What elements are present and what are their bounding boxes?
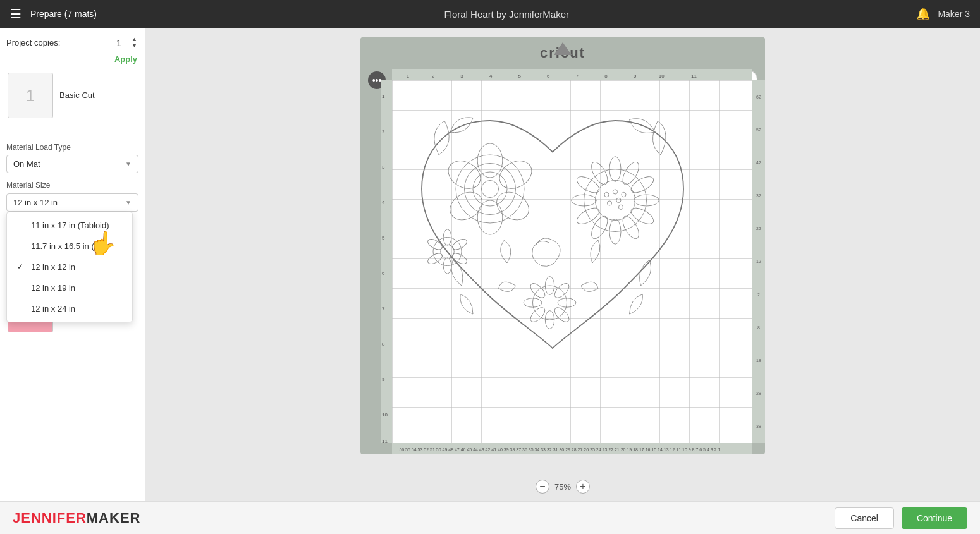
app-title: Prepare (7 mats) [30,9,97,19]
svg-text:11: 11 [691,73,697,79]
jennifermaker-logo: JENNIFERMAKER [13,510,140,526]
maker-text: MAKER [87,510,141,526]
grid-svg [392,80,752,443]
svg-text:11: 11 [382,439,388,443]
svg-text:10: 10 [382,412,388,418]
svg-rect-12 [381,80,392,443]
svg-text:9: 9 [634,73,637,79]
ruler-left: 1 2 3 4 5 6 7 8 9 10 11 [381,80,392,443]
zoom-in-button[interactable]: + [576,480,590,494]
size-option-12x24-label: 12 in x 24 in [31,304,75,313]
topbar-right: 🔔 Maker 3 [916,7,970,21]
zoom-value: 75% [554,482,571,492]
bottom-actions: Cancel Continue [835,507,967,529]
size-option-12x24[interactable]: 12 in x 24 in [7,298,132,319]
mat-item-1[interactable]: 1 Basic Cut [6,70,138,121]
svg-text:3: 3 [382,164,385,170]
size-option-12x12[interactable]: ✓ 12 in x 12 in [7,257,132,277]
svg-text:9: 9 [382,377,385,382]
svg-text:1: 1 [407,73,410,79]
main-content: Project copies: 1 ▲ ▼ Apply 1 Basic Cut [0,28,980,501]
divider-1 [6,130,138,130]
grid-area [392,80,752,443]
size-option-12x19-label: 12 in x 19 in [31,283,75,293]
svg-text:6: 6 [382,270,385,276]
copies-control: 1 ▲ ▼ [110,37,138,49]
menu-icon[interactable]: ☰ [10,6,21,21]
size-option-tabloid-label: 11 in x 17 in (Tabloid) [31,221,109,230]
project-copies-row: Project copies: 1 ▲ ▼ [6,34,138,52]
size-option-12x12-label: 12 in x 12 in [31,262,75,272]
mat-label-1: Basic Cut [59,90,95,100]
material-load-dropdown[interactable]: On Mat ▼ [6,155,138,173]
mat-canvas: cricut ••• ↻ 1 2 3 [360,37,765,454]
chevron-down-icon-size: ▼ [125,199,132,206]
project-title: Floral Heart by JenniferMaker [97,9,916,20]
material-load-section: Material Load Type On Mat ▼ [6,143,138,173]
svg-text:2: 2 [432,73,435,79]
copies-arrows[interactable]: ▲ ▼ [130,37,138,49]
material-size-label: Material Size [6,181,138,190]
topbar: ☰ Prepare (7 mats) Floral Heart by Jenni… [0,0,980,28]
svg-text:4: 4 [489,73,493,79]
ruler-top: 1 2 3 4 5 6 7 8 9 10 11 [392,69,752,80]
size-option-12x19[interactable]: 12 in x 19 in [7,277,132,298]
svg-text:7: 7 [382,306,385,312]
svg-text:56 55 54 53 52 51 50 49 48 47 : 56 55 54 53 52 51 50 49 48 47 46 45 44 4… [399,447,720,452]
bell-icon[interactable]: 🔔 [916,7,930,21]
svg-text:5: 5 [518,73,522,79]
material-size-dropdown[interactable]: 12 in x 12 in ▼ [6,193,138,212]
zoom-controls: − 75% + [536,480,590,494]
left-panel: Project copies: 1 ▲ ▼ Apply 1 Basic Cut [0,28,145,501]
size-option-a3-label: 11.7 in x 16.5 in (A3) [31,241,107,251]
svg-text:8: 8 [382,341,385,347]
svg-text:3: 3 [460,73,463,79]
svg-rect-0 [392,69,752,80]
material-size-value: 12 in x 12 in [13,198,58,207]
mat-thumb-1: 1 [8,73,53,118]
mat-list: 1 Basic Cut Material Load Type On Mat ▼ … [6,70,138,335]
size-dropdown-menu: 11 in x 17 in (Tabloid) 11.7 in x 16.5 i… [6,212,133,322]
cancel-button[interactable]: Cancel [835,507,894,529]
svg-text:5: 5 [382,235,385,241]
check-icon-12x12: ✓ [17,262,26,271]
chevron-down-icon: ▼ [125,161,132,167]
copies-down-arrow[interactable]: ▼ [130,43,138,49]
svg-text:4: 4 [382,200,385,205]
mat-arrow-icon [554,42,572,55]
apply-button[interactable]: Apply [6,54,138,64]
svg-text:1: 1 [382,94,385,99]
zoom-out-icon: − [539,481,545,492]
device-label: Maker 3 [938,9,970,19]
size-option-a3[interactable]: 11.7 in x 16.5 in (A3) [7,236,132,257]
center-area: cricut ••• ↻ 1 2 3 [145,28,980,501]
project-copies-label: Project copies: [6,38,60,47]
zoom-out-button[interactable]: − [536,480,549,494]
material-load-label: Material Load Type [6,143,138,152]
zoom-in-icon: + [580,481,585,492]
svg-text:2: 2 [382,129,385,135]
size-dropdown-container: 12 in x 12 in ▼ 11 in x 17 in (Tabloid) … [6,193,138,212]
bottom-bar: JENNIFERMAKER Cancel Continue [0,501,980,534]
svg-text:7: 7 [576,73,579,79]
svg-text:6: 6 [547,73,550,79]
svg-text:8: 8 [604,73,608,79]
size-option-tabloid[interactable]: 11 in x 17 in (Tabloid) [7,215,132,236]
mat-canvas-wrapper: cricut ••• ↻ 1 2 3 [360,37,765,454]
material-load-value: On Mat [13,159,40,169]
cricut-header: cricut [360,37,765,69]
mat-num-1: 1 [26,85,35,105]
copies-value: 1 [110,38,128,48]
ruler-right: 62524232221228182838 [752,80,765,443]
continue-button[interactable]: Continue [902,507,967,529]
ruler-bottom: 56 55 54 53 52 51 50 49 48 47 46 45 44 4… [392,443,752,454]
jennifer-text: JENNIFER [13,510,87,526]
svg-text:10: 10 [659,73,665,79]
material-size-section: Material Size 12 in x 12 in ▼ 11 in x 17… [6,181,138,212]
